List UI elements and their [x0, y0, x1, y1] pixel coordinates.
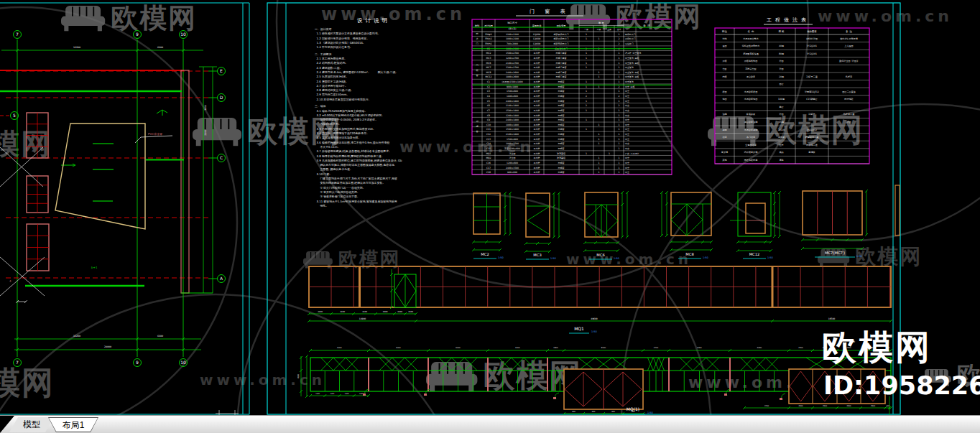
svg-text:1: 1 — [619, 71, 620, 74]
svg-text:16500: 16500 — [828, 317, 836, 320]
svg-text:1: 1 — [619, 162, 620, 164]
svg-text:中空玻璃 白框: 中空玻璃 白框 — [625, 62, 639, 65]
svg-text:备 注: 备 注 — [643, 24, 650, 27]
svg-text:中空 白框: 中空 白框 — [625, 85, 635, 88]
svg-text:E: E — [220, 68, 223, 73]
svg-text:欧模网: 欧模网 — [0, 127, 51, 160]
svg-text:C9: C9 — [487, 118, 490, 121]
svg-text:高120: 高120 — [778, 129, 785, 131]
floor-plan: 162006600EDCAPVC排水管b+1416200660024000791… — [0, 31, 239, 419]
svg-text:1: 1 — [598, 157, 600, 159]
svg-text:MQ2: MQ2 — [486, 157, 491, 159]
svg-text:塑钢窗: 塑钢窗 — [558, 133, 565, 136]
svg-text:三层: 三层 — [607, 28, 611, 31]
svg-text:2400×1800: 2400×1800 — [506, 118, 519, 121]
svg-text:名 称: 名 称 — [748, 30, 755, 33]
svg-text:2500: 2500 — [871, 405, 876, 407]
svg-text:1: 1 — [586, 62, 587, 65]
svg-text:1: 1 — [586, 66, 587, 69]
tab-layout1[interactable]: 布局1 — [48, 417, 98, 432]
svg-text:3.10 门窗:: 3.10 门窗: — [315, 172, 330, 176]
svg-text:板底抹灰: 板底抹灰 — [746, 113, 755, 116]
svg-text:www.om.cn: www.om.cn — [818, 7, 953, 25]
svg-text:垫层: 垫层 — [779, 106, 783, 108]
svg-text:1: 1 — [619, 128, 620, 131]
svg-text:塑钢门连窗: 塑钢门连窗 — [556, 66, 567, 69]
svg-text:工程做法表: 工程做法表 — [767, 17, 810, 23]
svg-text:1500×900: 1500×900 — [507, 138, 518, 141]
svg-text:2: 2 — [586, 95, 587, 98]
svg-text:www.om.cn: www.om.cn — [566, 251, 692, 268]
svg-text:1500×1800: 1500×1800 — [506, 128, 519, 131]
svg-text:变形缝: 变形缝 — [721, 151, 728, 154]
svg-text:1: 1 — [598, 85, 600, 88]
svg-text:成品: 成品 — [779, 151, 783, 154]
svg-text:钢质丙级防火门: 钢质丙级防火门 — [553, 42, 569, 45]
svg-text:C5: C5 — [487, 100, 490, 103]
svg-text:中空: 中空 — [625, 167, 629, 169]
svg-text:MC12: MC12 — [486, 75, 492, 78]
svg-text:MC6: MC6 — [486, 62, 491, 65]
svg-text:1200×2700: 1200×2700 — [506, 57, 519, 60]
svg-text:一、设计依据: 一、设计依据 — [315, 27, 331, 31]
tab-model[interactable]: 模型 — [9, 417, 54, 432]
svg-text:2400×1500: 2400×1500 — [506, 167, 519, 169]
svg-text:C8: C8 — [487, 114, 490, 117]
svg-text:2.3 建筑层数:二层。: 2.3 建筑层数:二层。 — [315, 66, 342, 70]
svg-text:C11: C11 — [486, 128, 491, 131]
svg-text:900×600: 900×600 — [507, 171, 517, 174]
svg-text:C: C — [220, 155, 223, 160]
svg-text:见大样: 见大样 — [534, 138, 540, 141]
svg-text:油漆: 油漆 — [722, 136, 726, 139]
svg-text:防锈漆二道: 防锈漆二道 — [806, 144, 817, 146]
svg-text:3100: 3100 — [340, 311, 345, 313]
svg-text:醇酸磁漆二遍: 醇酸磁漆二遍 — [805, 136, 819, 139]
svg-text:宽600 详图: 宽600 详图 — [806, 37, 818, 40]
svg-text:2100×1800: 2100×1800 — [506, 104, 519, 107]
svg-text:3.2 ±0.000以下采用MU10实心砖,M5水泥砂浆砌筑: 3.2 ±0.000以下采用MU10实心砖,M5水泥砂浆砌筑。 — [315, 113, 384, 117]
svg-text:MC8: MC8 — [486, 71, 491, 74]
cad-application-window: 欧模网欧模网欧模网欧模网欧模网欧模网欧模网欧模网www.om.cnwww.om.… — [0, 0, 980, 433]
svg-text:2: 2 — [619, 104, 620, 107]
svg-text:2.1 本工程为商业用房。: 2.1 本工程为商业用房。 — [315, 57, 347, 60]
svg-text:1: 1 — [619, 171, 620, 174]
svg-text:MC6: MC6 — [596, 253, 604, 257]
svg-text:中空: 中空 — [625, 128, 629, 131]
svg-text:10: 10 — [180, 32, 186, 37]
svg-text:塑钢窗: 塑钢窗 — [558, 142, 565, 145]
svg-text:1: 1 — [586, 128, 587, 131]
svg-text:3.1 墙体:均为200厚加气混凝土砌块墙。: 3.1 墙体:均为200厚加气混凝土砌块墙。 — [315, 109, 367, 113]
svg-text:见大样: 见大样 — [534, 157, 540, 159]
svg-text:20厚: 20厚 — [779, 75, 784, 78]
svg-text:1: 1 — [619, 90, 620, 93]
svg-text:16200: 16200 — [73, 46, 80, 49]
svg-text:C17: C17 — [486, 167, 491, 169]
svg-text:C7: C7 — [487, 109, 490, 112]
svg-text:3100: 3100 — [318, 311, 323, 313]
svg-text:中空: 中空 — [625, 100, 629, 103]
svg-text:3.4 卫生间、厨房隔墙下设C20素砼条基。: 3.4 卫生间、厨房隔墙下设C20素砼条基。 — [315, 131, 369, 135]
svg-text:40厚: 40厚 — [779, 45, 784, 47]
svg-text:1200×2100: 1200×2100 — [506, 33, 519, 36]
svg-text:2500: 2500 — [798, 405, 803, 407]
svg-text:见大样: 见大样 — [534, 167, 540, 169]
svg-text:欧模网: 欧模网 — [855, 244, 922, 269]
svg-text:C15砼垫层: C15砼垫层 — [806, 98, 817, 101]
svg-text:内外墙变形缝: 内外墙变形缝 — [744, 151, 758, 154]
sofa-icon — [61, 6, 105, 31]
svg-text:内加5%防水剂。: 内加5%防水剂。 — [315, 122, 341, 126]
svg-text:外墙涂料饰面: 外墙涂料饰面 — [744, 60, 758, 62]
svg-text:高窗1500×600: 高窗1500×600 — [504, 147, 520, 150]
svg-text:PVC排水管: PVC排水管 — [148, 132, 162, 136]
svg-text:5: 5 — [13, 113, 16, 118]
svg-text:1500: 1500 — [397, 311, 402, 313]
svg-text:2400×2600: 2400×2600 — [506, 71, 519, 74]
svg-text:中空: 中空 — [625, 162, 629, 164]
svg-text:玻璃幕墙: 玻璃幕墙 — [557, 152, 565, 155]
svg-text:确认后方可施工,饰面分格详见立面图及墙身大样图,色彩详见: 确认后方可施工,饰面分格详见立面图及墙身大样图,色彩详见 — [315, 163, 394, 167]
svg-text:900×1800: 900×1800 — [507, 85, 518, 88]
svg-text:塑钢窗: 塑钢窗 — [558, 124, 565, 126]
svg-text:详立面: 详立面 — [509, 157, 516, 159]
svg-text:9: 9 — [136, 360, 139, 365]
svg-text:台阶: 台阶 — [722, 67, 726, 70]
